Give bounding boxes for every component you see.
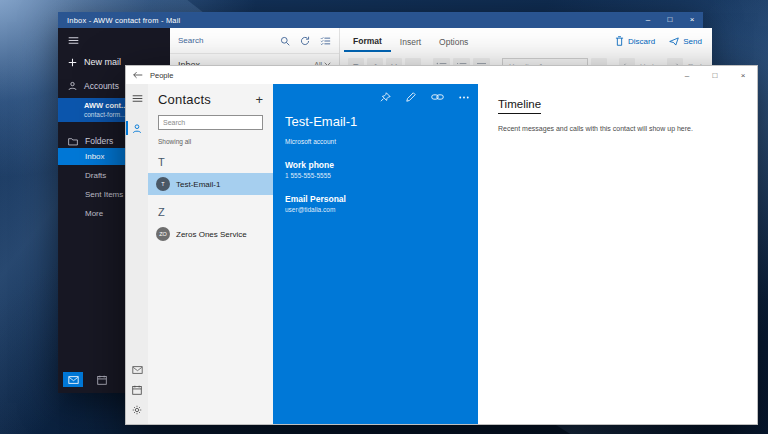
- people-titlebar[interactable]: People – □ ×: [126, 66, 757, 84]
- maximize-button[interactable]: □: [659, 12, 681, 28]
- discard-button[interactable]: Discard: [615, 36, 655, 46]
- contacts-search-input[interactable]: [158, 115, 263, 130]
- contact-name: Zeros Ones Service: [176, 230, 247, 239]
- mail-search-input[interactable]: Search: [178, 36, 203, 45]
- contact-list-item[interactable]: T Test-Email-1: [148, 173, 273, 195]
- filter-status[interactable]: Showing all: [158, 138, 263, 145]
- minimize-button[interactable]: –: [673, 66, 701, 84]
- folders-label: Folders: [85, 136, 113, 146]
- discard-label: Discard: [628, 37, 655, 46]
- selection-mode-icon[interactable]: [320, 36, 331, 46]
- calendar-nav-icon[interactable]: [92, 372, 112, 387]
- field-value-email[interactable]: user@tidalia.com: [273, 204, 478, 213]
- search-icon[interactable]: [280, 36, 290, 46]
- desktop: Inbox - AWW contact from - Mail – □ × Ne…: [0, 0, 768, 434]
- tab-options[interactable]: Options: [430, 31, 477, 51]
- more-options-icon[interactable]: [459, 96, 469, 99]
- group-letter: Z: [158, 206, 263, 218]
- contacts-nav-icon[interactable]: [126, 118, 148, 138]
- pin-button[interactable]: [380, 92, 391, 102]
- avatar: T: [156, 177, 170, 191]
- field-value-work-phone[interactable]: 1 555-555-5555: [273, 170, 478, 179]
- mail-nav-icon[interactable]: [63, 372, 83, 387]
- avatar: ZO: [156, 227, 170, 241]
- refresh-icon[interactable]: [300, 36, 310, 46]
- send-button[interactable]: Send: [669, 37, 702, 46]
- field-label-work-phone: Work phone: [273, 145, 478, 170]
- edit-pencil-icon[interactable]: [406, 92, 416, 102]
- contact-list-item[interactable]: ZO Zeros Ones Service: [148, 223, 273, 245]
- new-mail-label: New mail: [84, 57, 121, 67]
- close-button[interactable]: ×: [681, 12, 703, 28]
- folder-icon: [68, 137, 78, 146]
- tab-format[interactable]: Format: [344, 30, 391, 52]
- tab-insert[interactable]: Insert: [391, 31, 430, 51]
- timeline-pane: Timeline Recent messages and calls with …: [478, 84, 757, 424]
- accounts-label: Accounts: [84, 81, 119, 91]
- field-label-email: Email Personal: [273, 179, 478, 204]
- timeline-empty-message: Recent messages and calls with this cont…: [498, 125, 737, 132]
- contact-detail-pane: Test-Email-1 Microsoft account Work phon…: [273, 84, 478, 424]
- account-type: Microsoft account: [273, 129, 478, 145]
- contact-detail-name: Test-Email-1: [273, 84, 478, 129]
- contact-name: Test-Email-1: [176, 180, 220, 189]
- timeline-tab[interactable]: Timeline: [498, 98, 541, 114]
- settings-gear-icon[interactable]: [126, 400, 148, 420]
- contacts-heading: Contacts: [158, 92, 211, 107]
- add-contact-button[interactable]: +: [255, 92, 263, 107]
- new-mail-button[interactable]: New mail: [58, 45, 170, 67]
- trash-icon: [615, 36, 624, 46]
- people-window-title: People: [150, 71, 173, 80]
- hamburger-menu-icon[interactable]: [126, 88, 148, 108]
- hamburger-menu-icon[interactable]: [58, 28, 170, 45]
- mail-titlebar[interactable]: Inbox - AWW contact from - Mail – □ ×: [58, 12, 703, 28]
- back-button[interactable]: [126, 71, 150, 79]
- people-nav-rail: [126, 84, 148, 424]
- back-arrow-icon: [133, 71, 143, 79]
- send-label: Send: [683, 37, 702, 46]
- people-window: People – □ ×: [125, 65, 758, 425]
- plus-icon: [68, 58, 77, 67]
- maximize-button[interactable]: □: [701, 66, 729, 84]
- person-icon: [68, 81, 77, 91]
- contacts-pane: Contacts + Showing all T T Test-Email-1 …: [148, 84, 273, 424]
- mail-window-title: Inbox - AWW contact from - Mail: [58, 16, 180, 25]
- group-letter: T: [158, 156, 263, 168]
- mail-shortcut-icon[interactable]: [126, 360, 148, 380]
- calendar-shortcut-icon[interactable]: [126, 380, 148, 400]
- link-contacts-icon[interactable]: [431, 93, 444, 101]
- close-button[interactable]: ×: [729, 66, 757, 84]
- send-icon: [669, 37, 679, 46]
- minimize-button[interactable]: –: [637, 12, 659, 28]
